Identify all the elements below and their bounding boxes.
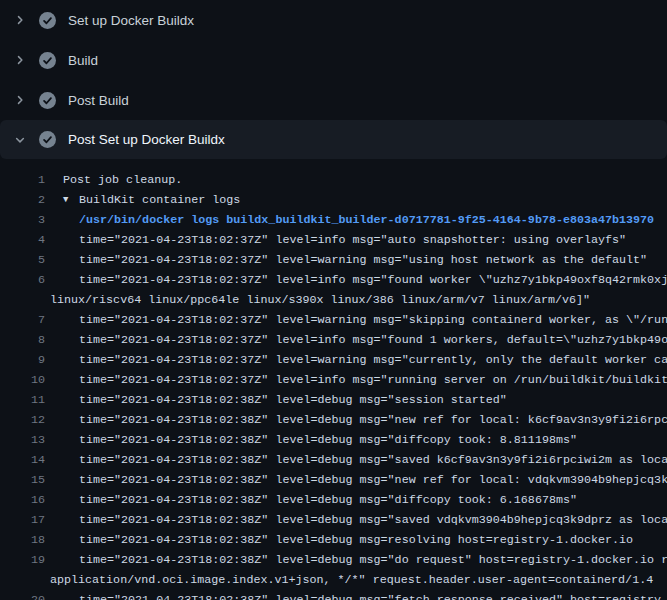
log-line: 19time="2021-04-23T18:02:38Z" level=debu… [0,550,667,570]
log-text: ▼BuildKit container logs [45,190,240,210]
chevron-down-icon[interactable] [12,132,28,148]
log-command-text: /usr/bin/docker logs buildx_buildkit_bui… [45,210,654,230]
line-number[interactable]: 14 [0,450,45,470]
step-row-2[interactable]: Post Build [0,80,667,120]
line-number[interactable]: 5 [0,250,45,270]
log-text: application/vnd.oci.image.index.v1+json,… [45,570,653,590]
log-text: time="2021-04-23T18:02:38Z" level=debug … [45,450,667,470]
line-number[interactable]: 18 [0,530,45,550]
log-line: 7time="2021-04-23T18:02:37Z" level=warni… [0,310,667,330]
log-line: 2▼BuildKit container logs [0,190,667,210]
line-number[interactable]: 6 [0,270,45,290]
line-number[interactable]: 12 [0,410,45,430]
log-text: time="2021-04-23T18:02:38Z" level=debug … [45,490,577,510]
step-label: Post Build [68,93,129,108]
log-line: 9time="2021-04-23T18:02:37Z" level=warni… [0,350,667,370]
log-text: time="2021-04-23T18:02:37Z" level=info m… [45,330,667,350]
line-number [0,570,45,590]
log-text: time="2021-04-23T18:02:38Z" level=debug … [45,530,633,550]
log-text: time="2021-04-23T18:02:37Z" level=info m… [45,230,626,250]
log-line: 6time="2021-04-23T18:02:37Z" level=info … [0,270,667,290]
step-list: Set up Docker BuildxBuildPost BuildPost … [0,0,667,159]
step-label: Build [68,53,98,68]
line-number[interactable]: 17 [0,510,45,530]
line-number[interactable]: 19 [0,550,45,570]
log-text: time="2021-04-23T18:02:37Z" level=warnin… [45,250,647,270]
line-number[interactable]: 3 [0,210,45,230]
log-line: 15time="2021-04-23T18:02:38Z" level=debu… [0,470,667,490]
log-line: 13time="2021-04-23T18:02:38Z" level=debu… [0,430,667,450]
log-text: time="2021-04-23T18:02:38Z" level=debug … [45,510,667,530]
line-number [0,290,45,310]
step-row-3[interactable]: Post Set up Docker Buildx [0,120,667,159]
log-text: time="2021-04-23T18:02:38Z" level=debug … [45,590,667,600]
log-text: Post job cleanup. [45,170,182,190]
log-text: time="2021-04-23T18:02:37Z" level=info m… [45,270,667,290]
log-line: 17time="2021-04-23T18:02:38Z" level=debu… [0,510,667,530]
log-text: time="2021-04-23T18:02:37Z" level=info m… [45,370,667,390]
chevron-right-icon[interactable] [12,52,28,68]
line-number[interactable]: 11 [0,390,45,410]
log-line: application/vnd.oci.image.index.v1+json,… [0,570,667,590]
log-line: 1Post job cleanup. [0,170,667,190]
check-circle-icon [39,52,56,69]
log-text: time="2021-04-23T18:02:38Z" level=debug … [45,390,507,410]
line-number[interactable]: 1 [0,170,45,190]
line-number[interactable]: 20 [0,590,45,600]
group-title[interactable]: BuildKit container logs [79,193,240,207]
log-line: 18time="2021-04-23T18:02:38Z" level=debu… [0,530,667,550]
log-line: 5time="2021-04-23T18:02:37Z" level=warni… [0,250,667,270]
line-number[interactable]: 4 [0,230,45,250]
line-number[interactable]: 2 [0,190,45,210]
log-text: time="2021-04-23T18:02:38Z" level=debug … [45,550,667,570]
group-toggle-icon[interactable]: ▼ [63,190,79,210]
line-number[interactable]: 8 [0,330,45,350]
line-number[interactable]: 13 [0,430,45,450]
log-line: linux/riscv64 linux/ppc64le linux/s390x … [0,290,667,310]
step-label: Set up Docker Buildx [68,13,194,28]
log-viewer: 1Post job cleanup.2▼BuildKit container l… [0,159,667,600]
line-number[interactable]: 9 [0,350,45,370]
check-circle-icon [39,12,56,29]
log-text: time="2021-04-23T18:02:37Z" level=warnin… [45,350,667,370]
log-text: time="2021-04-23T18:02:38Z" level=debug … [45,470,667,490]
step-row-1[interactable]: Build [0,40,667,80]
step-row-0[interactable]: Set up Docker Buildx [0,0,667,40]
log-text: time="2021-04-23T18:02:38Z" level=debug … [45,430,577,450]
line-number[interactable]: 15 [0,470,45,490]
check-circle-icon [39,131,56,148]
check-circle-icon [39,92,56,109]
log-line: 12time="2021-04-23T18:02:38Z" level=debu… [0,410,667,430]
log-line: 4time="2021-04-23T18:02:37Z" level=info … [0,230,667,250]
step-label: Post Set up Docker Buildx [68,132,225,147]
log-line: 20time="2021-04-23T18:02:38Z" level=debu… [0,590,667,600]
log-line: 11time="2021-04-23T18:02:38Z" level=debu… [0,390,667,410]
line-number[interactable]: 10 [0,370,45,390]
line-number[interactable]: 7 [0,310,45,330]
log-line: 3/usr/bin/docker logs buildx_buildkit_bu… [0,210,667,230]
line-number[interactable]: 16 [0,490,45,510]
log-text: time="2021-04-23T18:02:37Z" level=warnin… [45,310,667,330]
log-line: 8time="2021-04-23T18:02:37Z" level=info … [0,330,667,350]
chevron-right-icon[interactable] [12,12,28,28]
chevron-right-icon[interactable] [12,92,28,108]
log-line: 10time="2021-04-23T18:02:37Z" level=info… [0,370,667,390]
log-text: time="2021-04-23T18:02:38Z" level=debug … [45,410,667,430]
log-line: 16time="2021-04-23T18:02:38Z" level=debu… [0,490,667,510]
log-text: linux/riscv64 linux/ppc64le linux/s390x … [45,290,590,310]
log-line: 14time="2021-04-23T18:02:38Z" level=debu… [0,450,667,470]
